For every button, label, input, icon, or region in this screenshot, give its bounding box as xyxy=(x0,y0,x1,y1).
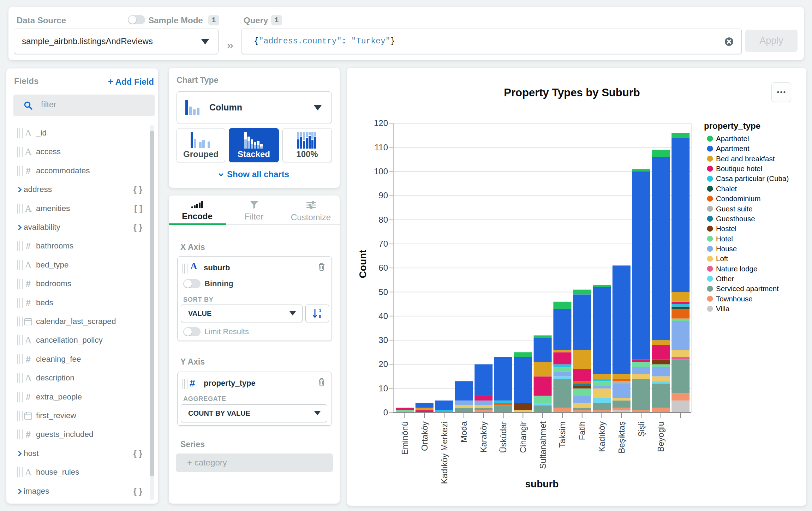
svg-text:70: 70 xyxy=(378,239,388,248)
svg-text:Property Types by Suburb: Property Types by Suburb xyxy=(504,86,640,99)
svg-text:House: House xyxy=(716,245,737,253)
svg-text:Townhouse: Townhouse xyxy=(716,295,753,303)
svg-text:Condominium: Condominium xyxy=(716,194,760,203)
svg-text:Ortaköy: Ortaköy xyxy=(420,421,429,451)
svg-text:60: 60 xyxy=(378,263,388,272)
svg-text:Moda: Moda xyxy=(459,421,468,443)
svg-text:Hotel: Hotel xyxy=(716,235,733,243)
svg-text:Taksim: Taksim xyxy=(557,421,567,448)
svg-text:20: 20 xyxy=(378,359,388,369)
svg-text:Villa: Villa xyxy=(716,305,730,313)
svg-text:Serviced apartment: Serviced apartment xyxy=(716,284,779,293)
svg-text:40: 40 xyxy=(378,311,388,321)
svg-text:100: 100 xyxy=(374,167,388,176)
svg-text:Üsküdar: Üsküdar xyxy=(498,421,508,453)
svg-text:Kadıköy Merkezi: Kadıköy Merkezi xyxy=(440,421,449,484)
svg-text:30: 30 xyxy=(378,335,388,345)
svg-text:Casa particular (Cuba): Casa particular (Cuba) xyxy=(716,174,789,182)
svg-text:Eminönü: Eminönü xyxy=(400,421,410,455)
svg-text:1: 1 xyxy=(319,308,321,313)
svg-text:Aparthotel: Aparthotel xyxy=(716,134,749,143)
svg-text:Hostel: Hostel xyxy=(716,224,736,233)
svg-text:Şişli: Şişli xyxy=(637,421,646,437)
svg-text:suburb: suburb xyxy=(525,479,559,489)
svg-text:10: 10 xyxy=(378,384,388,393)
svg-text:Sultanahmet: Sultanahmet xyxy=(538,421,548,469)
svg-text:Chalet: Chalet xyxy=(716,185,737,193)
svg-text:Karaköy: Karaköy xyxy=(479,421,488,452)
svg-text:property_type: property_type xyxy=(704,121,760,131)
svg-text:Apartment: Apartment xyxy=(716,144,750,152)
svg-text:Bed and breakfast: Bed and breakfast xyxy=(716,155,775,163)
svg-text:Cihangir: Cihangir xyxy=(518,421,528,453)
svg-text:Loft: Loft xyxy=(716,254,728,263)
svg-text:Nature lodge: Nature lodge xyxy=(716,265,757,273)
svg-text:Guest suite: Guest suite xyxy=(716,205,753,213)
svg-text:Beyoglu: Beyoglu xyxy=(656,421,665,452)
svg-text:0: 0 xyxy=(383,408,388,417)
svg-text:50: 50 xyxy=(378,287,388,297)
svg-text:120: 120 xyxy=(374,118,388,128)
svg-text:Other: Other xyxy=(716,275,734,283)
svg-text:Fatih: Fatih xyxy=(577,421,587,440)
svg-text:Guesthouse: Guesthouse xyxy=(716,215,755,223)
svg-text:Boutique hotel: Boutique hotel xyxy=(716,164,762,173)
svg-text:9: 9 xyxy=(319,314,321,319)
svg-text:Beşiktaş: Beşiktaş xyxy=(617,421,626,453)
svg-text:80: 80 xyxy=(378,215,388,224)
svg-text:Count: Count xyxy=(357,250,368,278)
svg-text:110: 110 xyxy=(375,143,388,152)
svg-text:Kadıköy: Kadıköy xyxy=(597,421,607,452)
svg-text:90: 90 xyxy=(378,191,388,200)
